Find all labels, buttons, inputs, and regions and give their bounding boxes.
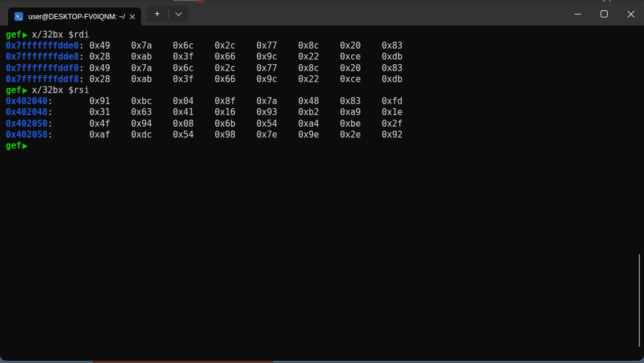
terminal-line: 0x402058: 0xaf 0xdc 0x54 0x98 0x7e 0x9e … [6, 129, 644, 140]
memory-values: 0x28 0xab 0x3f 0x66 0x9c 0x22 0xce 0xdb [90, 51, 403, 62]
memory-address: 0x402048 [6, 107, 47, 117]
minimize-icon [575, 14, 581, 14]
memory-separator: : [79, 51, 89, 62]
tab-title: user@DESKTOP-FV0IQNM: ~/ [28, 13, 126, 21]
command-text: x/32bx $rsi [32, 85, 89, 95]
memory-values: 0x49 0x7a 0x6c 0x2c 0x77 0x8c 0x20 0x83 [90, 63, 403, 73]
gef-prompt: gef [6, 85, 21, 95]
memory-address: 0x7fffffffddf8 [6, 74, 79, 84]
memory-separator: : [47, 118, 89, 129]
memory-values: 0x28 0xab 0x3f 0x66 0x9c 0x22 0xce 0xdb [90, 74, 403, 84]
memory-values: 0x31 0x63 0x41 0x16 0x93 0xb2 0xa9 0x1e [90, 107, 403, 117]
terminal-line: 0x402040: 0x91 0xbc 0x04 0x8f 0x7a 0x48 … [6, 96, 644, 107]
terminal-line: 0x402048: 0x31 0x63 0x41 0x16 0x93 0xb2 … [6, 107, 644, 118]
scrollbar-thumb[interactable] [639, 254, 640, 347]
memory-address: 0x402058 [6, 129, 47, 140]
prompt-arrow-icon [23, 143, 28, 149]
memory-separator: : [79, 40, 89, 51]
terminal-line: 0x402050: 0x4f 0x94 0x08 0x6b 0x54 0xa4 … [6, 118, 644, 129]
tab-close-button[interactable] [126, 10, 139, 23]
window-controls [564, 2, 644, 25]
prompt-arrow-icon [23, 88, 28, 94]
terminal-line: gefx/32bx $rsi [6, 85, 644, 96]
desktop: { "colors": { "terminal_bg": "#0c0c0c", … [0, 0, 644, 363]
memory-address: 0x402040 [6, 96, 47, 106]
gef-prompt: gef [6, 140, 21, 151]
memory-address: 0x7fffffffdde0 [6, 40, 79, 51]
memory-address: 0x402050 [6, 118, 47, 129]
prompt-arrow-icon [23, 32, 28, 38]
background-window-artifact [602, 0, 605, 2]
tab-active[interactable]: >_ user@DESKTOP-FV0IQNM: ~/ [8, 8, 141, 25]
close-icon [129, 14, 135, 20]
terminal-line: gefx/32bx $rdi [6, 29, 644, 40]
memory-separator: : [79, 63, 89, 73]
terminal-line: 0x7fffffffddf0: 0x49 0x7a 0x6c 0x2c 0x77… [6, 63, 644, 74]
new-tab-button[interactable]: + [146, 6, 168, 22]
memory-values: 0xaf 0xdc 0x54 0x98 0x7e 0x9e 0x2e 0x92 [90, 129, 403, 140]
terminal-line: 0x7fffffffdde0: 0x49 0x7a 0x6c 0x2c 0x77… [6, 40, 644, 51]
terminal-line: 0x7fffffffdde8: 0x28 0xab 0x3f 0x66 0x9c… [6, 51, 644, 62]
terminal-viewport[interactable]: gefx/32bx $rdi0x7fffffffdde0: 0x49 0x7a … [0, 25, 644, 361]
gef-prompt: gef [6, 29, 21, 40]
maximize-button[interactable] [591, 2, 617, 25]
memory-values: 0x49 0x7a 0x6c 0x2c 0x77 0x8c 0x20 0x83 [90, 40, 403, 51]
terminal-line: gef [6, 140, 644, 151]
memory-address: 0x7fffffffddf0 [6, 63, 79, 73]
memory-values: 0x91 0xbc 0x04 0x8f 0x7a 0x48 0x83 0xfd [90, 96, 403, 106]
command-text: x/32bx $rdi [32, 29, 89, 40]
powershell-icon: >_ [14, 12, 23, 21]
minimize-button[interactable] [564, 2, 591, 25]
memory-separator: : [47, 129, 89, 140]
memory-address: 0x7fffffffdde8 [6, 51, 79, 62]
close-button[interactable] [617, 2, 644, 25]
memory-separator: : [47, 96, 89, 106]
terminal-window: >_ user@DESKTOP-FV0IQNM: ~/ + [0, 2, 644, 361]
memory-separator: : [79, 74, 89, 84]
maximize-icon [601, 10, 608, 17]
memory-separator: : [47, 107, 89, 117]
titlebar[interactable]: >_ user@DESKTOP-FV0IQNM: ~/ + [0, 2, 644, 25]
new-tab-group: + [146, 6, 188, 22]
close-icon [627, 10, 635, 18]
terminal-line: 0x7fffffffddf8: 0x28 0xab 0x3f 0x66 0x9c… [6, 74, 644, 85]
tab-dropdown-button[interactable] [169, 6, 188, 22]
background-window-artifact [609, 0, 611, 2]
chevron-down-icon [175, 9, 182, 16]
memory-values: 0x4f 0x94 0x08 0x6b 0x54 0xa4 0xbe 0x2f [90, 118, 403, 129]
